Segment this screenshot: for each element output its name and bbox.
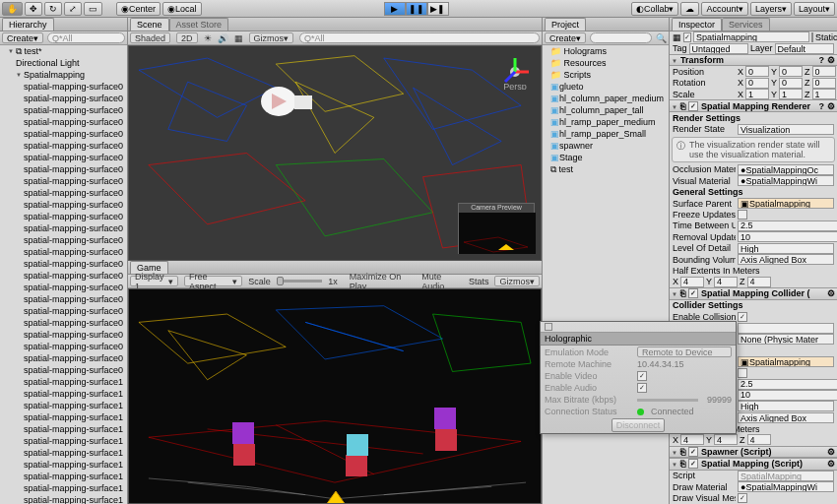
tree-item[interactable]: spatial-mapping-surface0 — [0, 317, 127, 329]
tree-item[interactable]: spatial-mapping-surface0 — [0, 341, 127, 352]
project-item[interactable]: ▣ Stage — [543, 152, 669, 163]
scale-z[interactable] — [812, 89, 836, 99]
project-item[interactable]: ▣ hl_ramp_paper_medium — [543, 116, 669, 128]
tree-item[interactable]: spatial-mapping-surface0 — [0, 352, 127, 364]
layers-dropdown[interactable]: Layers ▾ — [750, 2, 792, 16]
tree-item[interactable]: spatial-mapping-surface1 — [0, 494, 127, 504]
tree-item[interactable]: spatial-mapping-surface0 — [0, 270, 127, 282]
tree-item[interactable]: spatial-mapping-surface0 — [0, 293, 127, 305]
smc-lod-dropdown[interactable]: High — [738, 401, 834, 411]
layout-dropdown[interactable]: Layout ▾ — [794, 2, 835, 16]
tree-item[interactable]: spatial-mapping-surface1 — [0, 471, 127, 482]
orientation-gizmo[interactable]: Persp — [497, 54, 533, 90]
pos-y[interactable] — [779, 66, 803, 77]
scale-y[interactable] — [779, 89, 803, 99]
collab-dropdown[interactable]: ◐ Collab ▾ — [631, 2, 679, 16]
hierarchy-search[interactable]: Q*All — [47, 32, 125, 43]
smc-freeze-checkbox[interactable] — [738, 368, 747, 378]
emulation-mode-dropdown[interactable]: Remote to Device — [637, 346, 732, 357]
hand-tool[interactable]: ✋ — [2, 2, 23, 16]
gizmos-dropdown[interactable]: Gizmos ▾ — [249, 32, 294, 43]
filter-icon[interactable]: 🔍 — [656, 33, 667, 43]
enable-video-checkbox[interactable] — [637, 371, 647, 381]
tab-hierarchy[interactable]: Hierarchy — [2, 18, 54, 31]
tree-item[interactable]: spatial-mapping-surface0 — [0, 175, 127, 187]
enable-audio-checkbox[interactable] — [637, 383, 647, 393]
aspect-dropdown[interactable]: Free Aspect ▾ — [184, 276, 242, 286]
surface-parent-field[interactable]: ▣Spatialmapping — [738, 198, 834, 209]
smc-tbu[interactable] — [738, 379, 837, 390]
gear-icon[interactable]: ⚙ — [827, 447, 835, 457]
lod-dropdown[interactable]: High — [738, 243, 834, 254]
tree-item[interactable]: spatial-mapping-surface0 — [0, 234, 127, 246]
bounding-volume-dropdown[interactable]: Axis Aligned Box — [738, 254, 834, 265]
display-dropdown[interactable]: Display 1 ▾ — [130, 276, 178, 286]
scale-tool[interactable]: ⤢ — [64, 2, 82, 16]
tree-item[interactable]: spatial-mapping-surface1 — [0, 376, 127, 388]
draw-material-field[interactable]: ●SpatialMappingWi — [738, 481, 834, 492]
game-viewport[interactable] — [128, 288, 542, 504]
smr-he-x[interactable] — [680, 277, 704, 287]
tab-scene[interactable]: Scene — [130, 18, 169, 31]
rect-tool[interactable]: ▭ — [84, 2, 102, 16]
rot-x[interactable] — [745, 78, 769, 89]
tree-item[interactable]: Spatialmapping — [0, 69, 127, 81]
smr-he-z[interactable] — [747, 277, 771, 287]
2d-toggle[interactable]: 2D — [176, 32, 198, 43]
scale-x[interactable] — [745, 89, 769, 99]
project-item[interactable]: 📁 Resources — [543, 57, 669, 69]
project-item[interactable]: 📁 Holograms — [543, 45, 669, 57]
account-dropdown[interactable]: Account ▾ — [701, 2, 748, 16]
hierarchy-tree[interactable]: ⧉ test*Directional LightSpatialmappingsp… — [0, 45, 127, 504]
tab-inspector[interactable]: Inspector — [672, 18, 722, 31]
tree-item[interactable]: spatial-mapping-surface1 — [0, 459, 127, 471]
tree-item[interactable]: spatial-mapping-surface1 — [0, 388, 127, 400]
tree-item[interactable]: spatial-mapping-surface1 — [0, 400, 127, 411]
script-ref-field[interactable]: SpatialMapping — [738, 471, 834, 481]
tree-item[interactable]: Directional Light — [0, 57, 127, 69]
static-checkbox[interactable] — [811, 32, 813, 42]
move-tool[interactable]: ✥ — [25, 2, 42, 16]
removal-update-count[interactable] — [738, 231, 837, 242]
project-create-dropdown[interactable]: Create ▾ — [545, 32, 586, 43]
tree-item[interactable]: spatial-mapping-surface1 — [0, 411, 127, 423]
active-checkbox[interactable] — [683, 32, 691, 42]
tree-item[interactable]: spatial-mapping-surface0 — [0, 93, 127, 104]
project-item[interactable]: ▣ hl_column_paper_tall — [543, 104, 669, 116]
sm-script-header[interactable]: ⎘Spatial Mapping (Script)⚙ — [670, 458, 837, 471]
tag-dropdown[interactable]: Untagged — [689, 43, 748, 54]
transform-header[interactable]: Transform?⚙ — [670, 54, 837, 67]
gear-icon[interactable]: ⚙ — [827, 101, 835, 111]
audio-icon[interactable]: 🔊 — [218, 33, 228, 43]
smr-enabled[interactable] — [688, 101, 698, 111]
tree-item[interactable]: spatial-mapping-surface1 — [0, 447, 127, 459]
object-name-field[interactable] — [693, 32, 809, 42]
project-item[interactable]: 📁 Scripts — [543, 69, 669, 81]
project-item[interactable]: ⧉ test — [543, 163, 669, 175]
tree-item[interactable]: spatial-mapping-surface1 — [0, 482, 127, 494]
tree-item[interactable]: spatial-mapping-surface0 — [0, 305, 127, 317]
sm-script-enabled[interactable] — [688, 459, 698, 469]
enable-collisions-checkbox[interactable] — [738, 312, 747, 322]
draw-meshes-checkbox[interactable] — [738, 493, 747, 503]
shading-mode-dropdown[interactable]: Shaded — [130, 32, 170, 43]
remote-machine-field[interactable]: 10.44.34.15 — [637, 359, 732, 369]
play-button[interactable]: ▶ — [384, 2, 406, 16]
tree-item[interactable]: spatial-mapping-surface0 — [0, 258, 127, 270]
local-global-toggle[interactable]: ◉ Local — [162, 2, 202, 16]
layer-dropdown[interactable]: Default — [775, 43, 834, 54]
tree-item[interactable]: spatial-mapping-surface0 — [0, 199, 127, 211]
help-icon[interactable]: ? — [819, 101, 825, 111]
project-tree[interactable]: 📁 Holograms📁 Resources📁 Scripts▣ glueto▣… — [543, 45, 669, 504]
smc-bvt-dropdown[interactable]: Axis Aligned Box — [738, 412, 834, 423]
smc-he-x[interactable] — [680, 434, 704, 445]
project-item[interactable]: ▣ glueto — [543, 81, 669, 93]
smc-he-y[interactable] — [714, 434, 738, 445]
tree-item[interactable]: spatial-mapping-surface0 — [0, 152, 127, 163]
smc-surface-parent[interactable]: ▣Spatialmapping — [738, 356, 834, 367]
tree-item[interactable]: spatial-mapping-surface1 — [0, 435, 127, 447]
render-state-dropdown[interactable]: Visualization — [738, 124, 834, 135]
tree-item[interactable]: spatial-mapping-surface0 — [0, 128, 127, 140]
rot-z[interactable] — [812, 78, 836, 89]
occlusion-material-field[interactable]: ●SpatialMappingOc — [738, 164, 834, 175]
